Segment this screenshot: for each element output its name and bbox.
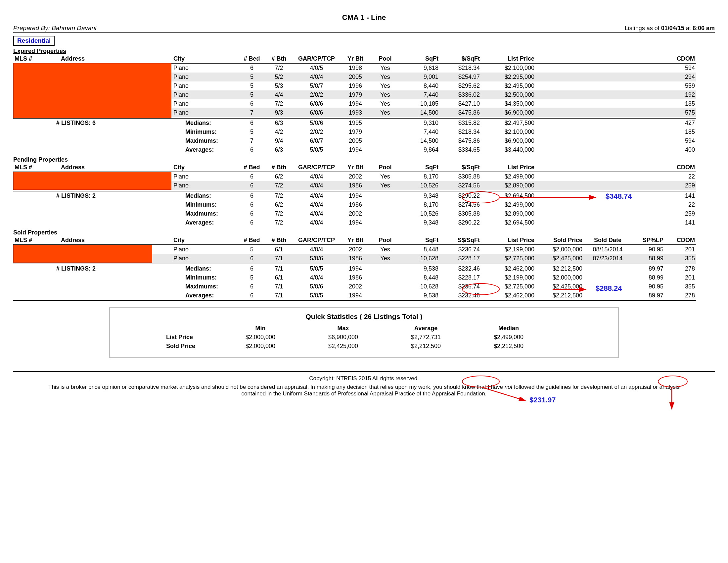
pending-grid: MLS # Address City # Bed # Bth GAR/CP/TC… bbox=[13, 163, 715, 227]
col-listprice: List Price bbox=[481, 55, 536, 64]
col-bth: # Bth bbox=[265, 163, 293, 172]
cell: 1986 bbox=[341, 273, 370, 282]
cell: 7/2 bbox=[265, 191, 293, 200]
cell: 7 bbox=[238, 136, 265, 145]
cell: 1979 bbox=[341, 90, 370, 99]
cell: $274.56 bbox=[440, 200, 481, 209]
stat-label: Minimums: bbox=[172, 127, 238, 136]
cell bbox=[632, 118, 665, 127]
cell: 1986 bbox=[341, 181, 370, 190]
cell: 5/0/5 bbox=[293, 264, 341, 273]
col-listprice: List Price bbox=[481, 236, 536, 245]
cell bbox=[584, 118, 632, 127]
cell: $2,199,000 bbox=[481, 273, 536, 282]
cell: $2,499,000 bbox=[481, 200, 536, 209]
cell: 6 bbox=[238, 191, 265, 200]
cell: 5/0/6 bbox=[293, 282, 341, 291]
pending-title: Pending Properties bbox=[13, 156, 715, 163]
cell: Plano bbox=[172, 181, 238, 190]
cell: 6/2 bbox=[265, 200, 293, 209]
cell: 1994 bbox=[341, 99, 370, 108]
cell bbox=[584, 218, 632, 227]
cell: 1994 bbox=[341, 145, 370, 154]
footer-rule bbox=[13, 371, 715, 372]
cell: $290.22 bbox=[440, 218, 481, 227]
cell bbox=[632, 72, 665, 81]
cell: 6/1 bbox=[265, 245, 293, 254]
cell: 4/0/4 bbox=[293, 172, 341, 181]
cell bbox=[370, 273, 400, 282]
expired-title: Expired Properties bbox=[13, 48, 715, 55]
cell: 4/0/4 bbox=[293, 181, 341, 190]
col-yrblt: Yr Blt bbox=[341, 55, 370, 64]
cell: 1986 bbox=[341, 200, 370, 209]
cell: $2,425,000 bbox=[536, 282, 584, 291]
col-address: Address bbox=[60, 163, 172, 172]
cell: 1994 bbox=[341, 218, 370, 227]
cell: 5 bbox=[238, 273, 265, 282]
cell: 14,500 bbox=[400, 108, 440, 117]
cell: $315.82 bbox=[440, 118, 481, 127]
asof-at: at bbox=[686, 25, 691, 31]
cell: 192 bbox=[665, 90, 696, 99]
stat-label: Minimums: bbox=[172, 273, 238, 282]
cell: 575 bbox=[665, 108, 696, 117]
col-bth: # Bth bbox=[265, 236, 293, 245]
cell: Yes bbox=[370, 99, 400, 108]
col-city: City bbox=[172, 55, 238, 64]
cell: $2,212,500 bbox=[536, 264, 584, 273]
cell: 141 bbox=[665, 191, 696, 200]
col-mls: MLS # bbox=[13, 55, 60, 64]
cell: 2/0/2 bbox=[293, 90, 341, 99]
cell bbox=[584, 273, 632, 282]
cell: 5/0/6 bbox=[293, 254, 341, 263]
cell: 1994 bbox=[341, 191, 370, 200]
cell: 10,526 bbox=[400, 181, 440, 190]
cell: 7/2 bbox=[265, 218, 293, 227]
cell: 185 bbox=[665, 127, 696, 136]
asof-time: 6:06 am bbox=[693, 25, 715, 31]
redacted-block bbox=[13, 63, 171, 118]
cell: 5/0/5 bbox=[293, 145, 341, 154]
cell: 4/0/4 bbox=[293, 209, 341, 218]
cell bbox=[536, 64, 584, 72]
listings-count: # LISTINGS: 2 bbox=[13, 191, 172, 200]
cell: 278 bbox=[665, 264, 696, 273]
cell bbox=[584, 191, 632, 200]
cell: $6,900,000 bbox=[302, 333, 385, 342]
stat-label: Maximums: bbox=[172, 136, 238, 145]
cell: 6/3 bbox=[265, 145, 293, 154]
cell: $2,212,500 bbox=[536, 291, 584, 300]
cell: $236.74 bbox=[440, 282, 481, 291]
cell: 559 bbox=[665, 81, 696, 90]
col-gar: GAR/CP/TCP bbox=[293, 55, 341, 64]
cell: 2005 bbox=[341, 72, 370, 81]
cell: 4/0/5 bbox=[293, 64, 341, 72]
cell: 8,170 bbox=[400, 172, 440, 181]
col-spsqft: S$/SqFt bbox=[440, 236, 481, 245]
cell bbox=[584, 200, 632, 209]
cell: 10,628 bbox=[400, 254, 440, 263]
cell: 7/2 bbox=[265, 181, 293, 190]
cell bbox=[536, 108, 584, 117]
cell: $274.56 bbox=[440, 181, 481, 190]
cell: 7/1 bbox=[265, 264, 293, 273]
listings-count: # LISTINGS: 2 bbox=[13, 264, 172, 273]
col-solddate: Sold Date bbox=[584, 236, 632, 245]
cell: $2,772,731 bbox=[385, 333, 467, 342]
disclaimer-text: This is a broker price opinion or compar… bbox=[48, 384, 503, 390]
cell: 90.95 bbox=[632, 282, 665, 291]
cell: $336.02 bbox=[440, 90, 481, 99]
cell bbox=[536, 172, 584, 181]
cell: $2,425,000 bbox=[536, 254, 584, 263]
page-title: CMA 1 - Line bbox=[13, 13, 715, 22]
cell: 7/1 bbox=[265, 282, 293, 291]
cell bbox=[370, 145, 400, 154]
cell: 278 bbox=[665, 291, 696, 300]
prepared-by-name: Bahman Davani bbox=[52, 24, 96, 31]
cell: Yes bbox=[370, 181, 400, 190]
cell: 4/0/4 bbox=[293, 191, 341, 200]
cell bbox=[536, 99, 584, 108]
cell bbox=[536, 181, 584, 190]
cell: 5/3 bbox=[265, 81, 293, 90]
